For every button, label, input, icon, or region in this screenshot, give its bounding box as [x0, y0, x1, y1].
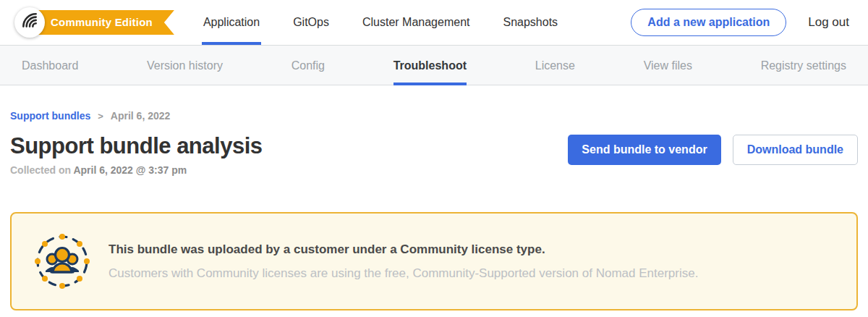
page-header: Support bundle analysis Collected on Apr…: [10, 133, 858, 176]
subnav-item-registry-settings[interactable]: Registry settings: [761, 46, 846, 85]
top-nav-right: Add a new application Log out: [631, 9, 849, 36]
community-edition-badge: Community Edition: [33, 10, 174, 35]
community-license-notice: This bundle was uploaded by a customer u…: [10, 212, 858, 310]
page-title-block: Support bundle analysis Collected on Apr…: [10, 133, 263, 176]
send-bundle-to-vendor-button[interactable]: Send bundle to vendor: [568, 135, 720, 165]
bundle-actions: Send bundle to vendor Download bundle: [568, 135, 858, 165]
notice-title: This bundle was uploaded by a customer u…: [109, 242, 698, 257]
notice-subtitle: Customers with Community licenses are us…: [109, 266, 698, 281]
subnav-item-dashboard[interactable]: Dashboard: [22, 46, 78, 85]
collected-prefix: Collected on: [10, 164, 73, 176]
app-sub-nav: Dashboard Version history Config Trouble…: [0, 45, 868, 85]
breadcrumb-support-bundles-link[interactable]: Support bundles: [10, 110, 90, 122]
tab-snapshots[interactable]: Snapshots: [503, 0, 558, 45]
tab-cluster-management[interactable]: Cluster Management: [362, 0, 470, 45]
app-logo-icon: [20, 12, 39, 33]
subnav-item-config[interactable]: Config: [292, 46, 325, 85]
tab-gitops[interactable]: GitOps: [293, 0, 329, 45]
tab-application[interactable]: Application: [203, 0, 260, 45]
breadcrumb: Support bundles > April 6, 2022: [10, 110, 858, 122]
top-nav: Community Edition Application GitOps Clu…: [0, 0, 868, 45]
page-title: Support bundle analysis: [10, 133, 263, 159]
main-content: Support bundles > April 6, 2022 Support …: [0, 110, 868, 310]
subnav-item-view-files[interactable]: View files: [644, 46, 692, 85]
breadcrumb-separator: >: [98, 111, 103, 122]
download-bundle-button[interactable]: Download bundle: [733, 135, 858, 165]
collected-timestamp: Collected on April 6, 2022 @ 3:37 pm: [10, 164, 263, 176]
subnav-item-version-history[interactable]: Version history: [147, 46, 223, 85]
subnav-item-troubleshoot[interactable]: Troubleshoot: [393, 46, 467, 85]
app-logo[interactable]: [14, 7, 45, 38]
breadcrumb-current-bundle: April 6, 2022: [111, 110, 171, 122]
subnav-item-license[interactable]: License: [535, 46, 575, 85]
log-out-link[interactable]: Log out: [808, 15, 849, 30]
community-group-icon: [33, 232, 91, 290]
notice-text: This bundle was uploaded by a customer u…: [109, 242, 698, 281]
primary-nav-tabs: Application GitOps Cluster Management Sn…: [203, 0, 558, 45]
collected-date: April 6, 2022 @ 3:37 pm: [73, 164, 187, 176]
add-new-application-button[interactable]: Add a new application: [631, 9, 786, 36]
